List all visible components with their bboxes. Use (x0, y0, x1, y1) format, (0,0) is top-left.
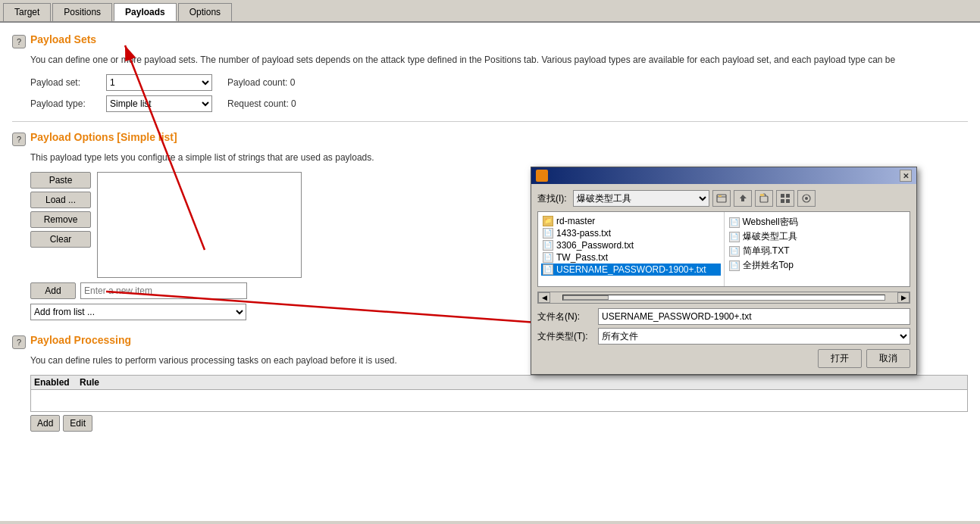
payload-sets-header: ? Payload Sets (12, 33, 968, 50)
location-select[interactable]: 爆破类型工具 (573, 190, 709, 207)
processing-edit-button[interactable]: Edit (63, 415, 92, 432)
svg-rect-8 (786, 194, 790, 198)
file-item-2[interactable]: 📄 TW_Pass.txt (541, 251, 721, 264)
file-item-r1[interactable]: 📄 爆破类型工具 (728, 229, 907, 244)
location-label: 查找(I): (537, 192, 567, 205)
file-item-0[interactable]: 📄 1433-pass.txt (541, 227, 721, 239)
file-name-r0: Webshell密码 (743, 216, 798, 229)
dialog-toolbar: 查找(I): 爆破类型工具 (537, 190, 910, 207)
svg-rect-9 (781, 199, 784, 203)
dialog-body: 查找(I): 爆破类型工具 (531, 184, 916, 374)
payload-buttons: Paste Load ... Remove Clear (30, 172, 91, 278)
processing-add-button[interactable]: Add (30, 415, 60, 432)
scroll-right-btn[interactable]: ▶ (897, 292, 910, 303)
add-button[interactable]: Add (30, 282, 76, 299)
folder-item-label: rd-master (556, 216, 595, 226)
toolbar-btn-5[interactable] (797, 190, 816, 207)
filename-label: 文件名(N): (537, 310, 598, 323)
payload-options-title: Payload Options [Simple list] (30, 131, 177, 143)
paste-button[interactable]: Paste (30, 172, 91, 189)
request-count-label: Request count: 0 (227, 98, 296, 109)
dialog-buttons: 打开 取消 (537, 349, 910, 368)
payload-sets-description: You can define one or more payload sets.… (30, 55, 968, 65)
file-item-1[interactable]: 📄 3306_Password.txt (541, 239, 721, 251)
svg-point-12 (805, 197, 808, 200)
file-name-r3: 全拼姓名Top (743, 259, 794, 272)
filename-row: 文件名(N): (537, 308, 910, 325)
toolbar-btn-4[interactable] (776, 190, 794, 207)
file-item-r3[interactable]: 📄 全拼姓名Top (728, 258, 907, 273)
payload-options-help-icon[interactable]: ? (12, 133, 26, 146)
dialog-titlebar: ✕ (531, 167, 916, 184)
payload-processing-help-icon[interactable]: ? (12, 335, 26, 349)
file-icon-1: 📄 (543, 240, 553, 251)
add-input[interactable] (80, 282, 247, 299)
file-item-r0[interactable]: 📄 Webshell密码 (728, 215, 907, 229)
dialog-open-button[interactable]: 打开 (818, 349, 862, 368)
file-icon-r2: 📄 (729, 246, 740, 257)
payload-set-row: Payload set: 1 Payload count: 0 (30, 74, 968, 91)
svg-rect-4 (719, 195, 722, 197)
payload-sets-help-icon[interactable]: ? (12, 35, 26, 48)
file-icon-3: 📄 (543, 264, 553, 275)
folder-item[interactable]: 📁 rd-master (541, 215, 721, 227)
file-icon-2: 📄 (543, 252, 553, 263)
dialog-cancel-button[interactable]: 取消 (866, 349, 910, 368)
toolbar-btn-2[interactable] (734, 190, 752, 207)
payload-processing-title: Payload Processing (30, 334, 131, 346)
add-from-list-select[interactable]: Add from list ... (30, 304, 246, 320)
tab-positions[interactable]: Positions (52, 3, 112, 21)
payload-list[interactable] (97, 172, 302, 278)
toolbar-btn-1[interactable] (712, 190, 731, 207)
file-list-area: 📁 rd-master 📄 1433-pass.txt 📄 3306_Passw… (537, 211, 910, 287)
dialog-close-button[interactable]: ✕ (900, 170, 912, 182)
file-name-2: TW_Pass.txt (556, 252, 608, 263)
file-name-r1: 爆破类型工具 (743, 230, 797, 243)
payload-type-label: Payload type: (30, 98, 106, 109)
payload-sets-title: Payload Sets (30, 33, 96, 45)
filetype-select[interactable]: 所有文件 (598, 328, 910, 345)
payload-set-label: Payload set: (30, 77, 106, 88)
processing-table-body (30, 389, 968, 412)
payload-count-label: Payload count: 0 (227, 77, 295, 88)
filetype-row: 文件类型(T): 所有文件 (537, 328, 910, 345)
payload-options-header: ? Payload Options [Simple list] (12, 131, 968, 148)
payload-options-description: This payload type lets you configure a s… (30, 152, 968, 163)
file-item-r2[interactable]: 📄 简单弱.TXT (728, 244, 907, 258)
file-name-1: 3306_Password.txt (556, 240, 634, 251)
col-rule: Rule (80, 377, 964, 388)
scrollbar-thumb[interactable] (563, 295, 609, 300)
file-icon-r3: 📄 (729, 260, 740, 271)
file-icon-r0: 📄 (729, 217, 740, 228)
folder-icon: 📁 (543, 216, 553, 226)
svg-rect-6 (760, 194, 764, 196)
clear-button[interactable]: Clear (30, 231, 91, 248)
file-icon-r1: 📄 (729, 232, 740, 242)
file-name-0: 1433-pass.txt (556, 228, 611, 239)
payload-type-select[interactable]: Simple list (106, 95, 212, 112)
tab-target[interactable]: Target (3, 3, 51, 21)
toolbar-btn-3[interactable] (755, 190, 773, 207)
payload-type-row: Payload type: Simple list Request count:… (30, 95, 968, 112)
file-item-3[interactable]: 📄 USERNAME_PASSWORD-1900+.txt (541, 264, 721, 276)
svg-rect-10 (786, 199, 790, 203)
tab-bar: Target Positions Payloads Options (0, 0, 980, 23)
dialog-title-icon (536, 170, 548, 182)
remove-button[interactable]: Remove (30, 211, 91, 228)
file-dialog: ✕ 查找(I): 爆破类型工具 (531, 167, 917, 375)
filename-input[interactable] (598, 308, 910, 325)
filetype-label: 文件类型(T): (537, 330, 598, 343)
svg-rect-5 (760, 196, 768, 202)
payload-set-select[interactable]: 1 (106, 74, 212, 91)
scrollbar-track (562, 295, 885, 301)
file-name-r2: 简单弱.TXT (743, 245, 790, 257)
horizontal-scrollbar[interactable]: ◀ ▶ (537, 292, 910, 304)
file-list-left: 📁 rd-master 📄 1433-pass.txt 📄 3306_Passw… (538, 212, 725, 286)
file-name-3: USERNAME_PASSWORD-1900+.txt (556, 264, 706, 275)
scroll-left-btn[interactable]: ◀ (538, 292, 550, 303)
processing-buttons: Add Edit (30, 415, 968, 432)
load-button[interactable]: Load ... (30, 192, 91, 208)
file-list-right: 📄 Webshell密码 📄 爆破类型工具 📄 简单弱.TXT 📄 全拼姓名To… (725, 212, 910, 286)
tab-options[interactable]: Options (178, 3, 232, 21)
tab-payloads[interactable]: Payloads (114, 3, 177, 21)
